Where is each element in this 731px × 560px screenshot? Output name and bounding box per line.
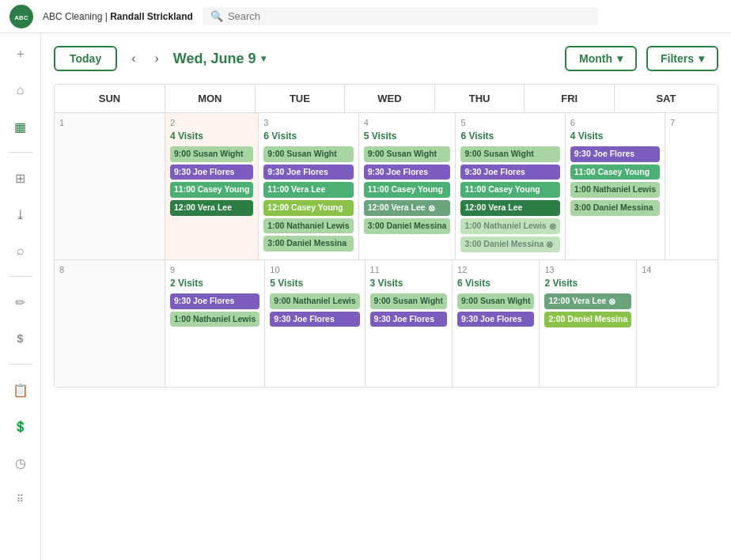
prev-button[interactable]: ‹ <box>127 48 140 69</box>
search-icon: 🔍 <box>210 10 223 22</box>
report-icon[interactable]: 📋 <box>9 379 32 401</box>
main-content: Today ‹ › Wed, June 9 ▾ Month ▾ Filters … <box>41 33 731 560</box>
divider3 <box>9 364 32 365</box>
day-6[interactable]: 6 4 Visits 9:30 Joe Flores 11:00 Casey Y… <box>566 113 665 259</box>
day-14[interactable]: 14 <box>637 260 718 387</box>
day-5[interactable]: 5 6 Visits 9:00 Susan Wight 9:30 Joe Flo… <box>456 113 565 259</box>
calendar-header: SUN MON TUE WED THU FRI SAT <box>55 85 718 113</box>
event[interactable]: 1:00 Nathaniel Lewis <box>170 312 259 327</box>
event[interactable]: 2:00 Daniel Messina <box>544 312 631 327</box>
dollar-sign-icon[interactable]: $ <box>9 327 32 350</box>
search-input[interactable] <box>228 10 590 22</box>
event[interactable]: 9:30 Joe Flores <box>364 165 451 180</box>
calendar-controls: Today ‹ › Wed, June 9 ▾ Month ▾ Filters … <box>54 46 718 71</box>
download-icon[interactable]: ⤓ <box>9 203 32 225</box>
search-bar[interactable]: 🔍 <box>203 7 598 25</box>
event[interactable]: 9:30 Joe Flores <box>570 146 660 162</box>
top-nav: ABC ABC Cleaning | Randall Strickland 🔍 <box>0 0 731 33</box>
event-canceled[interactable]: 3:00 Daniel Messina⊗ <box>460 236 559 252</box>
event[interactable]: 3:00 Daniel Messina <box>570 200 660 216</box>
event[interactable]: 9:00 Susan Wight <box>457 293 534 309</box>
calendar: SUN MON TUE WED THU FRI SAT 1 2 4 Visits… <box>54 84 718 388</box>
home-icon[interactable]: ⌂ <box>9 79 32 101</box>
event[interactable]: 9:30 Joe Flores <box>460 165 559 180</box>
divider2 <box>9 276 32 277</box>
search2-icon[interactable]: ⌕ <box>9 240 32 262</box>
event[interactable]: 9:30 Joe Flores <box>457 312 534 327</box>
col-sun: SUN <box>55 85 165 112</box>
event[interactable]: 9:30 Joe Flores <box>170 293 259 309</box>
tag-icon[interactable]: ✏ <box>9 291 32 313</box>
calendar-icon[interactable]: ▦ <box>9 115 32 138</box>
event[interactable]: 9:00 Susan Wight <box>263 146 353 162</box>
cancel-icon: ⊗ <box>608 296 615 307</box>
filters-button[interactable]: Filters ▾ <box>646 46 718 71</box>
day-2[interactable]: 2 4 Visits 9:00 Susan Wight 9:30 Joe Flo… <box>165 113 259 259</box>
event[interactable]: 1:00 Nathaniel Lewis <box>263 218 353 234</box>
calendar-week-1: 1 2 4 Visits 9:00 Susan Wight 9:30 Joe F… <box>55 113 718 260</box>
billing-icon[interactable]: 💲 <box>9 415 32 437</box>
event-canceled[interactable]: 12:00 Vera Lee⊗ <box>544 293 631 309</box>
col-thu: THU <box>435 85 525 112</box>
event[interactable]: 11:00 Casey Young <box>364 182 451 198</box>
day-13[interactable]: 13 2 Visits 12:00 Vera Lee⊗ 2:00 Daniel … <box>540 260 637 387</box>
cancel-icon: ⊗ <box>428 202 435 214</box>
today-button[interactable]: Today <box>54 46 117 71</box>
chevron-down-icon: ▾ <box>699 52 704 65</box>
day-4[interactable]: 4 5 Visits 9:00 Susan Wight 9:30 Joe Flo… <box>359 113 456 259</box>
event[interactable]: 12:00 Casey Young <box>263 200 353 216</box>
sidebar: ＋ ⌂ ▦ ⊞ ⤓ ⌕ ✏ $ 📋 💲 ◷ ⠿ <box>0 33 41 560</box>
logo: ABC <box>9 5 33 28</box>
event[interactable]: 1:00 Nathaniel Lewis <box>570 182 660 198</box>
event[interactable]: 9:00 Nathaniel Lewis <box>270 293 359 309</box>
col-fri: FRI <box>525 85 615 112</box>
event-canceled[interactable]: 12:00 Vera Lee⊗ <box>364 200 451 216</box>
event[interactable]: 11:00 Casey Young <box>170 182 253 198</box>
event[interactable]: 9:00 Susan Wight <box>170 146 253 162</box>
col-tue: TUE <box>256 85 346 112</box>
month-button[interactable]: Month ▾ <box>565 46 637 71</box>
cancel-icon: ⊗ <box>546 239 553 250</box>
event[interactable]: 12:00 Vera Lee <box>170 200 253 216</box>
event[interactable]: 9:30 Joe Flores <box>170 165 253 180</box>
day-3[interactable]: 3 6 Visits 9:00 Susan Wight 9:30 Joe Flo… <box>259 113 358 259</box>
event[interactable]: 11:00 Casey Young <box>570 165 660 180</box>
day-12[interactable]: 12 6 Visits 9:00 Susan Wight 9:30 Joe Fl… <box>453 260 540 387</box>
col-sat: SAT <box>615 85 718 112</box>
cancel-icon: ⊗ <box>549 221 556 232</box>
breadcrumb: ABC Cleaning | Randall Strickland <box>43 11 193 22</box>
day-8[interactable]: 8 <box>55 260 165 387</box>
chevron-down-icon: ▾ <box>261 53 266 64</box>
chevron-down-icon: ▾ <box>617 52 623 65</box>
event[interactable]: 11:00 Vera Lee <box>263 182 353 198</box>
clock-icon[interactable]: ◷ <box>9 452 32 474</box>
event[interactable]: 11:00 Casey Young <box>460 182 559 198</box>
day-9[interactable]: 9 2 Visits 9:30 Joe Flores 1:00 Nathanie… <box>165 260 265 387</box>
day-10[interactable]: 10 5 Visits 9:00 Nathaniel Lewis 9:30 Jo… <box>265 260 365 387</box>
day-7[interactable]: 7 <box>665 113 718 259</box>
event[interactable]: 12:00 Vera Lee <box>460 200 559 216</box>
date-label[interactable]: Wed, June 9 ▾ <box>173 51 266 67</box>
day-1[interactable]: 1 <box>55 113 165 259</box>
event[interactable]: 9:30 Joe Flores <box>263 165 353 180</box>
event[interactable]: 9:00 Susan Wight <box>370 293 447 309</box>
divider <box>9 152 32 153</box>
plus-icon[interactable]: ＋ <box>9 43 32 65</box>
event[interactable]: 9:00 Susan Wight <box>364 146 451 162</box>
event[interactable]: 3:00 Daniel Messina <box>263 236 353 252</box>
col-wed: WED <box>345 85 435 112</box>
day-11[interactable]: 11 3 Visits 9:00 Susan Wight 9:30 Joe Fl… <box>366 260 453 387</box>
event[interactable]: 9:30 Joe Flores <box>270 312 359 327</box>
event[interactable]: 9:30 Joe Flores <box>370 312 447 327</box>
next-button[interactable]: › <box>150 48 164 69</box>
event-canceled[interactable]: 1:00 Nathaniel Lewis⊗ <box>460 218 559 234</box>
event[interactable]: 3:00 Daniel Messina <box>364 218 451 234</box>
grid-icon[interactable]: ⊞ <box>9 167 32 189</box>
calendar-week-2: 8 9 2 Visits 9:30 Joe Flores 1:00 Nathan… <box>55 260 718 387</box>
apps-icon[interactable]: ⠿ <box>9 488 32 510</box>
svg-text:ABC: ABC <box>14 14 28 21</box>
event[interactable]: 9:00 Susan Wight <box>460 146 559 162</box>
col-mon: MON <box>165 85 256 112</box>
